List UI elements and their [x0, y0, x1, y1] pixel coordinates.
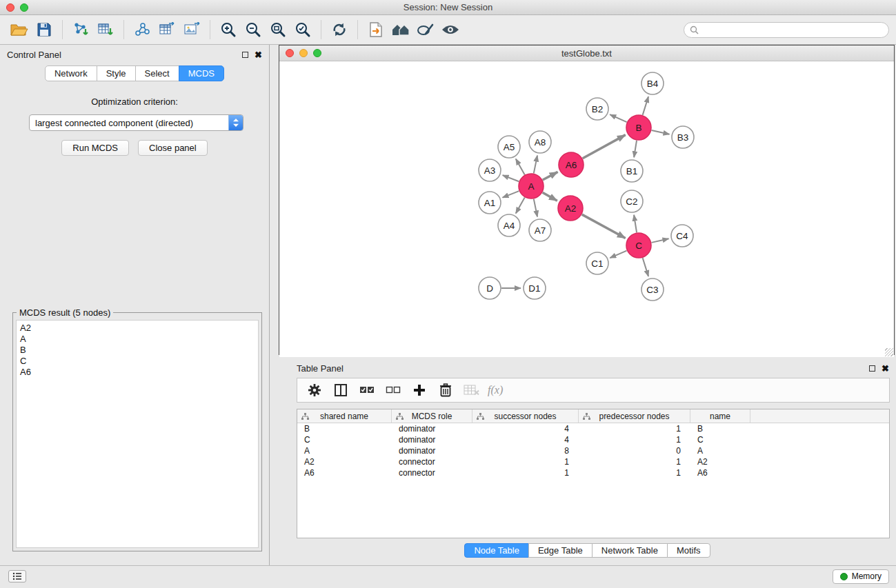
edge-A-A6[interactable]	[543, 172, 558, 180]
zoom-in-button[interactable]	[216, 18, 241, 41]
edge-A-A2[interactable]	[543, 192, 557, 201]
result-item[interactable]: A6	[20, 367, 255, 378]
close-network-window-button[interactable]	[286, 49, 294, 57]
edge-C-C3[interactable]	[643, 258, 648, 276]
node-C4[interactable]: C4	[671, 225, 693, 247]
delete-table-button[interactable]	[459, 380, 485, 401]
node-C3[interactable]: C3	[641, 278, 664, 301]
edge-A-A3[interactable]	[503, 175, 519, 181]
node-B2[interactable]: B2	[586, 98, 608, 120]
minimize-network-window-button[interactable]	[299, 49, 308, 57]
node-B4[interactable]: B4	[641, 72, 664, 94]
memory-button[interactable]: Memory	[833, 569, 889, 584]
table-cell[interactable]: dominator	[392, 423, 472, 434]
tab-style[interactable]: Style	[97, 65, 136, 81]
table-cell[interactable]: A	[690, 445, 750, 456]
run-mcds-button[interactable]: Run MCDS	[61, 140, 129, 156]
table-cell[interactable]: 1	[579, 423, 690, 434]
search-box[interactable]	[684, 22, 889, 38]
edge-A6-B[interactable]	[583, 135, 626, 159]
table-cell[interactable]: dominator	[392, 434, 472, 445]
column-header-shared-name[interactable]: shared name	[297, 409, 392, 423]
node-A2[interactable]: A2	[558, 196, 583, 221]
node-B3[interactable]: B3	[672, 126, 694, 148]
table-cell[interactable]: connector	[392, 456, 472, 467]
table-row[interactable]: A2connector11A2	[297, 456, 889, 467]
column-header-name[interactable]: name	[690, 409, 750, 423]
close-panel-icon[interactable]: ✖	[255, 50, 262, 59]
edge-A-A7[interactable]	[534, 199, 537, 217]
edge-B-B1[interactable]	[634, 141, 637, 157]
table-cell[interactable]: 0	[579, 445, 690, 456]
node-A7[interactable]: A7	[529, 219, 551, 241]
float-table-panel-icon[interactable]	[869, 365, 875, 372]
edge-C-C4[interactable]	[652, 239, 669, 243]
annotation-button[interactable]	[413, 18, 438, 41]
table-cell[interactable]: A6	[690, 467, 750, 478]
tab-mcds[interactable]: MCDS	[179, 65, 224, 81]
zoom-fit-button[interactable]	[266, 18, 290, 41]
float-panel-icon[interactable]	[242, 52, 248, 58]
table-row[interactable]: Bdominator41B	[297, 423, 889, 434]
table-cell[interactable]: 1	[472, 467, 579, 478]
table-cell[interactable]: connector	[392, 467, 472, 478]
node-A[interactable]: A	[519, 174, 544, 199]
result-item[interactable]: C	[20, 356, 255, 367]
node-C[interactable]: C	[626, 233, 651, 258]
edge-C-C2[interactable]	[634, 215, 637, 232]
edge-A2-C[interactable]	[582, 214, 626, 238]
result-item[interactable]: A	[20, 334, 255, 345]
close-panel-button[interactable]: Close panel	[138, 140, 208, 156]
table-cell[interactable]: A2	[690, 456, 750, 467]
node-A4[interactable]: A4	[498, 214, 520, 236]
table-cell[interactable]: C	[690, 434, 750, 445]
tab-network-table[interactable]: Network Table	[592, 543, 668, 558]
edge-A-A5[interactable]	[516, 159, 525, 174]
node-D1[interactable]: D1	[524, 277, 546, 299]
node-C1[interactable]: C1	[586, 252, 608, 274]
close-table-panel-icon[interactable]: ✖	[882, 364, 889, 373]
node-B1[interactable]: B1	[621, 160, 643, 182]
node-A1[interactable]: A1	[479, 192, 501, 214]
table-cell[interactable]: 1	[579, 456, 690, 467]
edge-C-C1[interactable]	[610, 251, 626, 258]
table-row[interactable]: Cdominator41C	[297, 434, 889, 445]
edge-B-B4[interactable]	[643, 97, 648, 115]
table-cell[interactable]: B	[690, 423, 750, 434]
import-table-from-file-button[interactable]	[93, 18, 118, 41]
task-history-button[interactable]	[8, 570, 26, 582]
resize-grip[interactable]	[885, 348, 893, 356]
table-row[interactable]: Adominator80A	[297, 445, 889, 456]
tab-edge-table[interactable]: Edge Table	[528, 543, 593, 558]
new-network-button[interactable]	[130, 18, 155, 41]
close-window-button[interactable]	[6, 3, 14, 12]
edge-A-A8[interactable]	[534, 156, 537, 174]
optimization-criterion-dropdown[interactable]: largest connected component (directed)	[29, 114, 243, 131]
node-B[interactable]: B	[626, 115, 651, 140]
table-cell[interactable]: A6	[297, 467, 392, 478]
select-all-columns-button[interactable]	[354, 380, 380, 401]
column-header-predecessor-nodes[interactable]: predecessor nodes	[579, 409, 690, 423]
network-graph[interactable]: AA6A2BCA5A8A3A1A4A7B2B4B3B1C2C4C1C3DD1	[279, 61, 894, 354]
table-cell[interactable]: dominator	[392, 445, 472, 456]
edge-B-B2[interactable]	[610, 114, 626, 122]
node-A8[interactable]: A8	[529, 131, 551, 153]
save-session-button[interactable]	[32, 18, 57, 41]
result-item[interactable]: B	[20, 345, 255, 356]
result-item[interactable]: A2	[20, 323, 255, 334]
show-columns-button[interactable]	[328, 380, 354, 401]
function-builder-button[interactable]: f(x)	[488, 384, 503, 396]
import-network-from-file-button[interactable]	[68, 18, 93, 41]
zoom-window-button[interactable]	[20, 3, 28, 12]
node-A3[interactable]: A3	[479, 159, 501, 181]
table-cell[interactable]: A2	[297, 456, 392, 467]
open-session-button[interactable]	[7, 18, 32, 41]
node-C2[interactable]: C2	[621, 190, 643, 212]
node-D[interactable]: D	[479, 277, 501, 299]
zoom-out-button[interactable]	[241, 18, 266, 41]
network-from-table-button[interactable]	[155, 18, 179, 41]
table-cell[interactable]: 4	[472, 423, 579, 434]
edge-A-A1[interactable]	[503, 191, 519, 198]
home-button[interactable]	[388, 18, 413, 41]
search-input[interactable]	[702, 25, 883, 34]
